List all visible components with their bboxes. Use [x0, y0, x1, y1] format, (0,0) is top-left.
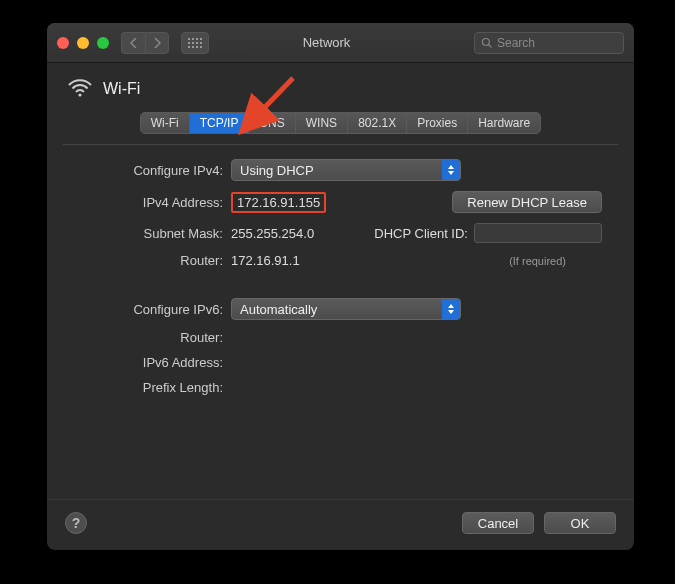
tab-tcpip[interactable]: TCP/IP — [190, 113, 250, 133]
configure-ipv4-label: Configure IPv4: — [79, 163, 231, 178]
ipv6-address-row: IPv6 Address: — [79, 355, 602, 370]
help-button[interactable]: ? — [65, 512, 87, 534]
dhcp-client-id-input[interactable] — [474, 223, 602, 243]
interface-name: Wi-Fi — [103, 80, 140, 98]
ipv4-address-highlight: 172.16.91.155 — [231, 192, 326, 213]
ok-button[interactable]: OK — [544, 512, 616, 534]
interface-header: Wi-Fi — [47, 63, 634, 106]
configure-ipv4-value: Using DHCP — [240, 163, 314, 178]
ipv6-router-label: Router: — [79, 330, 231, 345]
ipv4-router-row: Router: 172.16.91.1 (If required) — [79, 253, 602, 268]
subnet-mask-value: 255.255.254.0 — [231, 226, 314, 241]
tabs-container: Wi-FiTCP/IPDNSWINS802.1XProxiesHardware — [47, 106, 634, 138]
ipv4-router-label: Router: — [79, 253, 231, 268]
configure-ipv6-select[interactable]: Automatically — [231, 298, 461, 320]
configure-ipv6-row: Configure IPv6: Automatically — [79, 298, 602, 320]
network-preferences-window: Network Search Wi-Fi Wi-FiTCP/IPDNSWINS8… — [47, 23, 634, 550]
wifi-icon — [67, 77, 93, 100]
window-controls — [57, 37, 109, 49]
configure-ipv6-label: Configure IPv6: — [79, 302, 231, 317]
configure-ipv4-row: Configure IPv4: Using DHCP — [79, 159, 602, 181]
back-button[interactable] — [121, 32, 145, 54]
updown-icon — [442, 160, 460, 180]
ipv6-address-label: IPv6 Address: — [79, 355, 231, 370]
tab-hardware[interactable]: Hardware — [468, 113, 540, 133]
dialog-footer: ? Cancel OK — [47, 499, 634, 550]
ipv4-router-value: 172.16.91.1 — [231, 253, 300, 268]
subnet-mask-row: Subnet Mask: 255.255.254.0 DHCP Client I… — [79, 223, 602, 243]
search-field[interactable]: Search — [474, 32, 624, 54]
subnet-mask-label: Subnet Mask: — [79, 226, 231, 241]
nav-buttons — [121, 32, 169, 54]
tab-wins[interactable]: WINS — [296, 113, 348, 133]
search-icon — [481, 37, 493, 49]
svg-line-2 — [489, 44, 492, 47]
updown-icon — [442, 299, 460, 319]
prefix-length-label: Prefix Length: — [79, 380, 231, 395]
tab-dns[interactable]: DNS — [249, 113, 295, 133]
cancel-button[interactable]: Cancel — [462, 512, 534, 534]
search-placeholder: Search — [497, 36, 535, 50]
configure-ipv4-select[interactable]: Using DHCP — [231, 159, 461, 181]
renew-dhcp-button[interactable]: Renew DHCP Lease — [452, 191, 602, 213]
tab-proxies[interactable]: Proxies — [407, 113, 468, 133]
titlebar: Network Search — [47, 23, 634, 63]
forward-button[interactable] — [145, 32, 169, 54]
prefix-length-row: Prefix Length: — [79, 380, 602, 395]
window-title: Network — [187, 35, 466, 50]
ipv4-address-label: IPv4 Address: — [79, 195, 231, 210]
dhcp-client-id-label: DHCP Client ID: — [374, 226, 468, 241]
dhcp-client-id-hint: (If required) — [509, 255, 566, 267]
close-window-button[interactable] — [57, 37, 69, 49]
svg-point-1 — [483, 38, 490, 45]
ipv6-router-row: Router: — [79, 330, 602, 345]
tab-8021x[interactable]: 802.1X — [348, 113, 407, 133]
tcpip-panel: Configure IPv4: Using DHCP IPv4 Address:… — [63, 144, 618, 499]
configure-ipv6-value: Automatically — [240, 302, 317, 317]
maximize-window-button[interactable] — [97, 37, 109, 49]
tab-wifi[interactable]: Wi-Fi — [141, 113, 190, 133]
ipv4-address-value: 172.16.91.155 — [237, 195, 320, 210]
minimize-window-button[interactable] — [77, 37, 89, 49]
ipv4-address-row: IPv4 Address: 172.16.91.155 Renew DHCP L… — [79, 191, 602, 213]
svg-point-3 — [78, 93, 81, 96]
